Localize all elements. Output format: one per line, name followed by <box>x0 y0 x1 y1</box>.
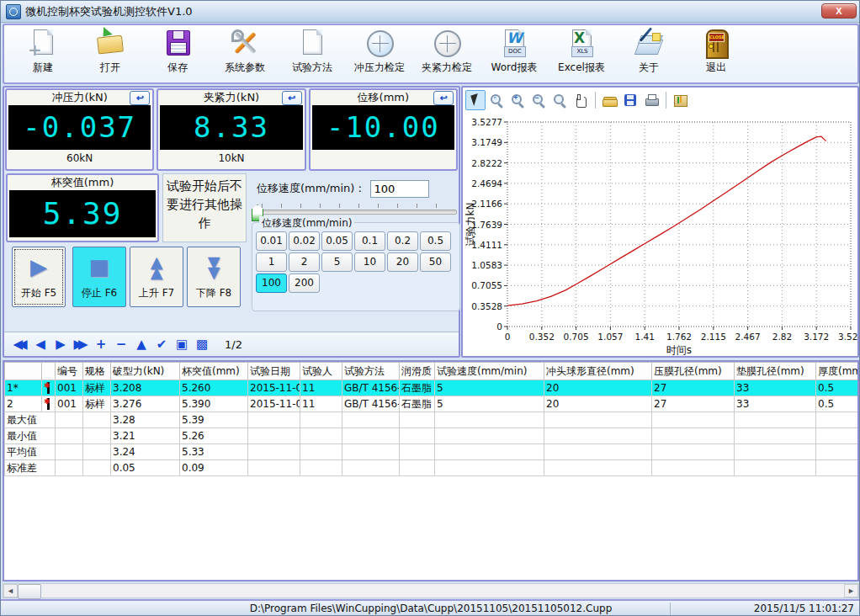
specimen-marker-icon <box>44 382 52 394</box>
stats-row: 最大值 3.28 5.39 <box>5 412 860 428</box>
speed-input-label: 位移速度(mm/min)： <box>257 181 365 196</box>
navigator-last-icon[interactable]: ▶▶ <box>72 335 90 353</box>
column-header[interactable]: 编号 <box>56 363 83 380</box>
speed-preset-100[interactable]: 100 <box>256 273 287 293</box>
column-header[interactable]: 试验方法 <box>342 363 400 380</box>
speed-preset-5[interactable]: 5 <box>321 252 353 272</box>
speed-preset-0.05[interactable]: 0.05 <box>321 231 353 251</box>
column-header[interactable]: 试验日期 <box>248 363 300 380</box>
speed-preset-0.2[interactable]: 0.2 <box>387 231 418 251</box>
navigator-refresh-icon[interactable]: ▣ <box>173 335 191 353</box>
speed-input[interactable] <box>370 180 429 198</box>
control-button-down[interactable]: ▼▼ 下降 F8 <box>187 247 241 307</box>
chart-open-icon[interactable] <box>599 90 619 110</box>
stats-row: 最小值 3.21 5.26 <box>5 428 860 444</box>
display-1: 冲压力(kN) -0.037 60kN ↩ <box>5 88 154 171</box>
navigator-prior-icon[interactable]: ◀ <box>31 335 50 353</box>
table-cell: 3.276 <box>111 396 180 412</box>
table-cell: 5 <box>435 380 544 396</box>
column-header[interactable]: 试验人 <box>300 363 342 380</box>
toolbar-button-2[interactable]: 打开 <box>80 28 141 82</box>
specimen-marker-icon <box>44 398 52 410</box>
table-cell: 5.390 <box>180 396 248 412</box>
chart-zoom-window-icon[interactable]: ▫ <box>486 90 507 110</box>
record-page-indicator: 1/2 <box>225 338 242 351</box>
speed-preset-200[interactable]: 200 <box>289 273 320 293</box>
speed-preset-2[interactable]: 2 <box>289 252 320 272</box>
display-range: 10kN <box>158 150 304 167</box>
zero-reset-icon[interactable]: ↩ <box>282 91 302 105</box>
scroll-right-arrow-icon[interactable]: ► <box>844 584 858 597</box>
navigator-post-icon[interactable]: ✔ <box>152 335 171 353</box>
toolbar-button-10[interactable]: 关于 <box>618 28 679 82</box>
column-header[interactable]: 润滑质 <box>400 363 435 380</box>
display-range: 60kN <box>7 150 152 167</box>
table-cell: 标样 <box>83 396 111 412</box>
column-header[interactable] <box>5 363 42 380</box>
table-row[interactable]: 1* 001标样3.2085.2602015-11-0511GB/T 4156-… <box>5 380 860 396</box>
speed-preset-0.1[interactable]: 0.1 <box>354 231 385 251</box>
column-header[interactable]: 垫膜孔径(mm) <box>735 363 816 380</box>
navigator-edit-icon[interactable]: ▲ <box>132 335 151 353</box>
table-header-row: 编号规格破型力(kN)杯突值(mm)试验日期试验人试验方法润滑质试验速度(mm/… <box>5 363 860 380</box>
table-row[interactable]: 2 001标样3.2765.3902015-11-0511GB/T 4156-石… <box>5 396 860 412</box>
column-header[interactable]: 厚度(mm) <box>816 363 860 380</box>
close-button[interactable]: X <box>821 3 857 19</box>
toolbar-button-3[interactable]: 保存 <box>147 28 208 82</box>
column-header[interactable]: 破型力(kN) <box>111 363 180 380</box>
zero-reset-icon[interactable]: ↩ <box>130 91 150 105</box>
column-header[interactable]: 试验速度(mm/min) <box>435 363 544 380</box>
speed-preset-50[interactable]: 50 <box>420 252 451 272</box>
scroll-left-arrow-icon[interactable]: ◄ <box>3 584 18 597</box>
zero-reset-icon[interactable]: ↩ <box>433 91 454 105</box>
chart-export-icon[interactable] <box>670 90 690 110</box>
slider-track[interactable] <box>253 210 457 215</box>
toolbar-button-4[interactable]: 系统参数 <box>215 28 275 82</box>
navigator-delete-icon[interactable]: − <box>112 335 130 353</box>
speed-preset-0.01[interactable]: 0.01 <box>256 231 287 251</box>
row-marker-cell <box>42 380 56 396</box>
svg-text:0.705: 0.705 <box>564 332 589 342</box>
navigator-first-icon[interactable]: ◀◀ <box>11 335 29 353</box>
speed-preset-0.5[interactable]: 0.5 <box>420 231 451 251</box>
chart-zoom-in-icon[interactable]: + <box>507 90 528 110</box>
control-button-stop[interactable]: ■ 停止 F6 <box>72 247 126 307</box>
navigator-next-icon[interactable]: ▶ <box>51 335 70 353</box>
chart-pan-icon[interactable] <box>571 90 591 110</box>
column-header[interactable] <box>42 363 56 380</box>
speed-preset-20[interactable]: 20 <box>387 252 418 272</box>
toolbar-button-label: 试验方法 <box>292 61 332 75</box>
speed-input-row: 位移速度(mm/min)： <box>252 178 459 199</box>
display-lcd-value: -0.037 <box>8 105 151 150</box>
svg-text:2.8222: 2.8222 <box>471 158 502 168</box>
navigator-cancel-icon[interactable]: ▩ <box>193 335 211 353</box>
table-cell: 石墨脂 <box>400 380 435 396</box>
column-header[interactable]: 冲头球形直径(mm) <box>544 363 652 380</box>
speed-preset-10[interactable]: 10 <box>354 252 385 272</box>
toolbar-button-7[interactable]: 夹紧力检定 <box>417 28 477 82</box>
toolbar-button-5[interactable]: 试验方法 <box>282 28 342 82</box>
scrollbar-thumb[interactable] <box>18 584 41 599</box>
chart-print-icon[interactable] <box>641 90 661 110</box>
control-button-play[interactable]: ▶ 开始 F5 <box>12 247 66 307</box>
excel-report-icon: XXLS <box>566 28 597 60</box>
toolbar-button-11[interactable]: CLOSE 退出 <box>686 28 746 82</box>
chart-cursor-icon[interactable] <box>465 90 486 110</box>
stats-row: 标准差 0.05 0.09 <box>5 460 860 476</box>
column-header[interactable]: 压膜孔径(mm) <box>652 363 735 380</box>
toolbar-button-9[interactable]: XXLS Excel报表 <box>551 28 612 82</box>
chart-zoom-icon[interactable] <box>549 90 570 110</box>
table-cell: 0.5 <box>816 380 860 396</box>
chart-save-icon[interactable] <box>620 90 640 110</box>
navigator-insert-icon[interactable]: + <box>92 335 110 353</box>
column-header[interactable]: 规格 <box>83 363 111 380</box>
toolbar-button-1[interactable]: + 新建 <box>13 28 73 82</box>
toolbar-button-8[interactable]: WDOC Word报表 <box>484 28 544 82</box>
speed-preset-1[interactable]: 1 <box>256 252 287 272</box>
horizontal-scrollbar[interactable]: ◄ ► <box>3 583 859 598</box>
chart-zoom-out-icon[interactable]: − <box>528 90 549 110</box>
column-header[interactable]: 杯突值(mm) <box>180 363 248 380</box>
speed-preset-0.02[interactable]: 0.02 <box>289 231 320 251</box>
toolbar-button-6[interactable]: 冲压力检定 <box>349 28 410 82</box>
control-button-up[interactable]: ▲▲ 上升 F7 <box>130 247 183 307</box>
